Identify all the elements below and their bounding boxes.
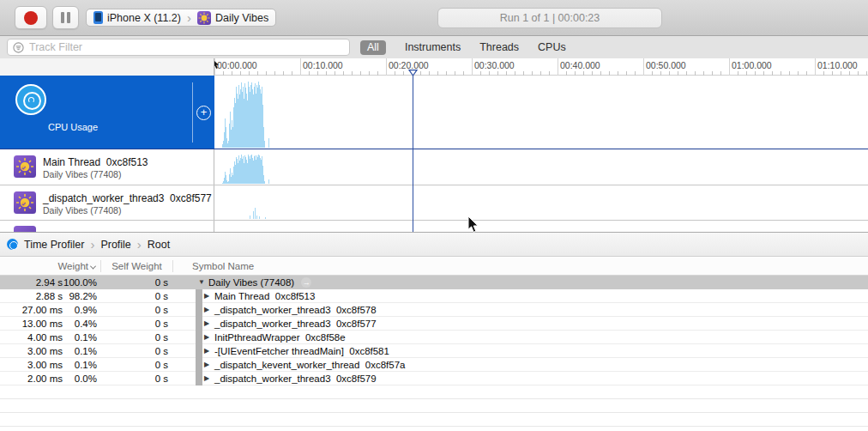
- symbol-name: _dispatch_worker_thread3 0xc8f579: [214, 373, 377, 384]
- tree-indent-guide: [196, 372, 202, 385]
- table-row[interactable]: 2.94 s100.0%0 s▼Daily Vibes (77408)→: [0, 276, 868, 289]
- weight-percent: 0.9%: [63, 305, 97, 315]
- device-segment[interactable]: iPhone X (11.2): [107, 12, 181, 24]
- track-title: CPU Usage: [48, 122, 98, 132]
- track-partial-clipped[interactable]: [0, 221, 868, 232]
- chart-sample: [250, 216, 250, 219]
- scope-button-threads[interactable]: Threads: [479, 41, 519, 53]
- toolbar: iPhone X (11.2) › Daily Vibes Run 1 of 1…: [0, 0, 868, 36]
- disclosure-collapsed-icon[interactable]: ▶: [204, 319, 212, 327]
- breadcrumb-item-time-profiler[interactable]: Time Profiler: [24, 239, 84, 251]
- column-header-weight[interactable]: Weight: [0, 260, 101, 272]
- disclosure-collapsed-icon[interactable]: ▶: [204, 306, 212, 313]
- weight-percent: 0.1%: [63, 346, 97, 356]
- daily-vibes-app-icon: [14, 226, 36, 232]
- track-list: CPU Usage + Main Thread 0xc8f513 Daily V…: [0, 76, 868, 232]
- breadcrumb: Time Profiler›Profile›Root: [0, 232, 868, 257]
- track-subtitle: Daily Vibes (77408): [43, 205, 212, 216]
- disclosure-expanded-icon[interactable]: ▼: [198, 278, 206, 286]
- track-cpu-usage-lane[interactable]: [214, 76, 868, 149]
- self-weight-value: 0 s: [101, 305, 173, 315]
- breadcrumb-item-profile[interactable]: Profile: [100, 239, 130, 251]
- ruler-label: 00:00.000: [217, 60, 257, 70]
- focus-arrow-button[interactable]: →: [301, 277, 311, 288]
- tree-indent-guide: [196, 344, 202, 358]
- self-weight-value: 0 s: [101, 360, 173, 370]
- table-row[interactable]: 13.00 ms0.4%0 s▶_dispatch_worker_thread3…: [0, 317, 868, 331]
- weight-percent: 0.1%: [63, 332, 97, 343]
- major-tick: [300, 58, 301, 76]
- column-header-symbol-name[interactable]: Symbol Name: [173, 261, 254, 271]
- track-dispatch-worker-header[interactable]: _dispatch_worker_thread3 0xc8f577 Daily …: [0, 185, 214, 220]
- table-header: Weight Self Weight Symbol Name: [0, 257, 868, 276]
- chevron-right-icon: ›: [187, 11, 191, 24]
- disclosure-collapsed-icon[interactable]: ▶: [204, 333, 212, 341]
- call-tree-table: 2.94 s100.0%0 s▼Daily Vibes (77408)→2.88…: [0, 276, 868, 431]
- ruler-left-gutter: [0, 58, 214, 76]
- weight-percent: 98.2%: [63, 291, 97, 301]
- playhead-line[interactable]: [413, 76, 413, 232]
- self-weight-value: 0 s: [101, 291, 173, 301]
- add-instrument-button[interactable]: +: [196, 106, 211, 120]
- table-row[interactable]: 27.00 ms0.9%0 s▶_dispatch_worker_thread3…: [0, 303, 868, 317]
- ruler-label: 00:30.000: [474, 60, 515, 70]
- empty-row: [0, 427, 868, 431]
- track-filter-bar: AllInstrumentsThreadsCPUs: [0, 36, 868, 58]
- scope-button-cpus[interactable]: CPUs: [538, 41, 566, 53]
- table-row[interactable]: 4.00 ms0.1%0 s▶InitPthreadWrapper 0xc8f5…: [0, 331, 868, 344]
- track-subtitle: Daily Vibes (77408): [43, 169, 148, 179]
- track-filter-input[interactable]: [29, 41, 344, 53]
- table-row[interactable]: 3.00 ms0.1%0 s▶_dispatch_kevent_worker_t…: [0, 358, 868, 372]
- self-weight-value: 0 s: [101, 277, 173, 288]
- iphone-device-icon: [93, 11, 103, 24]
- table-row[interactable]: 2.88 s98.2%0 s▶Main Thread 0xc8f513: [0, 289, 868, 303]
- major-tick: [815, 58, 816, 76]
- time-profiler-icon: [7, 239, 18, 250]
- weight-value: 27.00 ms: [22, 305, 63, 315]
- mouse-cursor: [467, 216, 479, 234]
- track-cpu-usage-header[interactable]: CPU Usage +: [0, 76, 214, 149]
- track-main-thread-header[interactable]: Main Thread 0xc8f513 Daily Vibes (77408): [0, 149, 214, 185]
- chart-sample: [264, 141, 265, 148]
- table-row[interactable]: 3.00 ms0.1%0 s▶-[UIEventFetcher threadMa…: [0, 344, 868, 358]
- disclosure-collapsed-icon[interactable]: ▶: [204, 292, 212, 300]
- ruler-ticks: 00:00.00000:10.00000:20.00000:30.00000:4…: [214, 58, 868, 76]
- timeline-pane: 00:00.00000:10.00000:20.00000:30.00000:4…: [0, 58, 868, 232]
- symbol-name: InitPthreadWrapper 0xc8f58e: [214, 332, 346, 343]
- track-title: Main Thread 0xc8f513: [43, 156, 148, 168]
- self-weight-value: 0 s: [101, 346, 173, 356]
- tree-indent-guide: [196, 358, 202, 372]
- track-main-thread-lane[interactable]: [214, 149, 868, 185]
- cpu-usage-instrument-icon: [15, 84, 46, 115]
- track-cpu-usage[interactable]: CPU Usage +: [0, 76, 868, 149]
- track-dispatch-worker[interactable]: _dispatch_worker_thread3 0xc8f577 Daily …: [0, 185, 868, 221]
- table-row[interactable]: 2.00 ms0.0%0 s▶_dispatch_worker_thread3 …: [0, 372, 868, 385]
- track-filter-field[interactable]: [7, 39, 350, 56]
- detail-pane: Time Profiler›Profile›Root Weight Self W…: [0, 232, 868, 431]
- scope-button-instruments[interactable]: Instruments: [405, 41, 461, 53]
- daily-vibes-app-icon: [197, 11, 211, 25]
- disclosure-collapsed-icon[interactable]: ▶: [204, 361, 212, 368]
- cpu-usage-chart: [214, 76, 868, 149]
- column-header-self-weight[interactable]: Self Weight: [101, 260, 173, 272]
- disclosure-collapsed-icon[interactable]: ▶: [204, 374, 212, 382]
- weight-value: 3.00 ms: [27, 360, 63, 370]
- symbol-name: -[UIEventFetcher threadMain] 0xc8f581: [214, 346, 389, 356]
- track-partial-header: [0, 221, 214, 232]
- target-segment[interactable]: Daily Vibes: [215, 12, 268, 24]
- scope-button-all[interactable]: All: [360, 40, 386, 55]
- pause-button[interactable]: [52, 6, 79, 29]
- chart-sample: [253, 211, 254, 219]
- track-main-thread[interactable]: Main Thread 0xc8f513 Daily Vibes (77408): [0, 149, 868, 185]
- record-button[interactable]: [15, 6, 47, 29]
- playhead-marker[interactable]: [408, 70, 418, 76]
- record-icon: [24, 11, 38, 25]
- disclosure-collapsed-icon[interactable]: ▶: [204, 347, 212, 355]
- breadcrumb-item-root[interactable]: Root: [148, 239, 170, 251]
- target-picker[interactable]: iPhone X (11.2) › Daily Vibes: [86, 9, 276, 27]
- major-tick: [558, 58, 558, 76]
- symbol-name: _dispatch_worker_thread3 0xc8f577: [214, 319, 377, 329]
- symbol-name: Main Thread 0xc8f513: [214, 291, 315, 301]
- timeline-ruler[interactable]: 00:00.00000:10.00000:20.00000:30.00000:4…: [0, 58, 868, 76]
- track-dispatch-worker-lane[interactable]: [214, 185, 868, 220]
